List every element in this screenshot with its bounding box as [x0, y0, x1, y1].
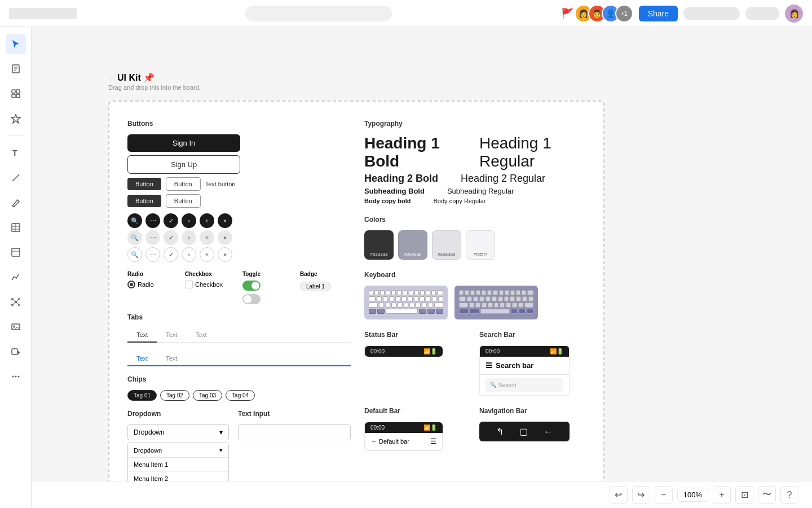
zoom-in-button[interactable]: +: [713, 486, 731, 504]
sidebar-icon-pen[interactable]: [6, 192, 26, 213]
icon-arrow-dark[interactable]: ›: [182, 213, 196, 228]
topbar-search-bar[interactable]: [245, 6, 392, 21]
sidebar-icon-more[interactable]: [6, 366, 26, 387]
button-sm-outline-2[interactable]: Button: [166, 194, 201, 208]
tab-item-3[interactable]: Text: [186, 328, 215, 342]
toggle-on[interactable]: [242, 281, 261, 291]
toggle-off[interactable]: [242, 294, 261, 304]
keyboard-section: Keyboard: [364, 271, 585, 319]
status-bar-section: Status Bar 00:00 📶🔋: [364, 331, 470, 396]
bottombar: ↩ ↪ − 100% + ⊡ 〜 ?: [32, 481, 812, 508]
icon-plus-light[interactable]: +: [200, 230, 214, 245]
sign-in-button[interactable]: Sign In: [127, 134, 240, 152]
svg-rect-29: [12, 349, 17, 354]
icon-plus-outline[interactable]: +: [200, 247, 214, 262]
sidebar-icon-network[interactable]: [6, 292, 26, 312]
checkbox-control[interactable]: Checkbox: [185, 281, 236, 288]
chip-2[interactable]: Tag 02: [160, 390, 189, 401]
sidebar-icon-chart[interactable]: [6, 267, 26, 287]
status-bar-demo: 00:00 📶🔋: [365, 346, 443, 357]
color-swatches: #333333 #9e9eae #e3e3e8 #f5f5f7: [364, 230, 585, 260]
nav-home-icon[interactable]: ▢: [519, 426, 528, 437]
avatar-overflow-count: +1: [615, 5, 633, 23]
help-button[interactable]: ?: [780, 486, 798, 504]
button-sm-outline[interactable]: Button: [166, 177, 201, 191]
sidebar-icon-image[interactable]: [6, 317, 26, 337]
nav-recent-icon[interactable]: ←: [544, 427, 553, 437]
button-sm-2[interactable]: Button: [127, 195, 161, 207]
checkbox-label: Checkbox: [185, 271, 236, 277]
form-controls-section: Radio Radio Checkbox Checkbox: [127, 271, 351, 304]
icon-search-outline[interactable]: 🔍: [127, 247, 142, 262]
typo-h1-reg: Heading 1 Regular: [479, 134, 585, 170]
sidebar-icon-star[interactable]: [6, 108, 26, 129]
sb-search-box[interactable]: 🔍 Search: [486, 378, 563, 392]
chip-3[interactable]: Tag 03: [193, 390, 222, 401]
sb-top-bar: 00:00 📶🔋: [480, 346, 569, 357]
sidebar-icon-components[interactable]: [6, 84, 26, 104]
share-button[interactable]: Share: [639, 6, 678, 21]
typo-sub-reg: Subheading Regular: [447, 187, 514, 195]
tab-item2-2[interactable]: Text: [157, 352, 186, 365]
icon-x-outline[interactable]: ×: [218, 247, 232, 262]
sidebar-icon-panel[interactable]: [6, 242, 26, 262]
sb-time: 00:00: [486, 348, 500, 354]
badge-pill: Label 1: [300, 282, 331, 291]
nav-back-icon[interactable]: ↰: [496, 426, 504, 437]
typo-h2-reg: Heading 2 Regular: [461, 173, 545, 185]
icon-arrow-outline[interactable]: ›: [182, 247, 196, 262]
icon-search-light[interactable]: 🔍: [127, 230, 142, 245]
button-sm-1[interactable]: Button: [127, 178, 161, 190]
icon-x-light[interactable]: ×: [218, 230, 232, 245]
dropdown-item-1[interactable]: Menu Item 1: [128, 458, 228, 472]
chip-1[interactable]: Tag 01: [127, 390, 157, 401]
icon-dots-dark[interactable]: ⋯: [145, 213, 160, 228]
icon-check-outline[interactable]: ✓: [164, 247, 178, 262]
sidebar-icon-table[interactable]: [6, 217, 26, 238]
status-icons: 📶🔋: [423, 348, 437, 354]
icon-x-dark[interactable]: ×: [218, 213, 232, 228]
default-bar-back-btn[interactable]: ← Default bar: [371, 438, 409, 445]
undo-button[interactable]: ↩: [610, 486, 628, 504]
typo-h2-bold: Heading 2 Bold: [364, 173, 438, 185]
icon-dots-outline[interactable]: ⋯: [145, 247, 160, 262]
user-avatar[interactable]: 👩: [785, 5, 803, 23]
icon-check-light[interactable]: ✓: [164, 230, 178, 245]
sb-title-text: Search bar: [496, 361, 533, 370]
tab-item-2[interactable]: Text: [157, 328, 186, 342]
dropdown-menu-title: Dropdown: [134, 447, 162, 454]
icon-search-dark[interactable]: 🔍: [127, 213, 142, 228]
chips-section: Chips Tag 01 Tag 02 Tag 03 Tag 04: [127, 375, 351, 401]
tab-item-1-active[interactable]: Text: [127, 328, 157, 343]
sidebar-icon-add-panel[interactable]: [6, 341, 26, 362]
colors-label: Colors: [364, 216, 585, 224]
sb-search-icon: 🔍: [490, 382, 496, 388]
db-time: 00:00: [370, 424, 385, 431]
icon-plus-dark[interactable]: +: [200, 213, 214, 228]
history-button[interactable]: 〜: [758, 486, 776, 504]
redo-button[interactable]: ↪: [632, 486, 650, 504]
text-input-label: Text Input: [238, 410, 351, 418]
sidebar-icon-text[interactable]: T: [6, 143, 26, 163]
text-button[interactable]: Text button: [205, 181, 236, 187]
dropdown-select[interactable]: Dropdown ▾: [127, 424, 229, 440]
text-input-field[interactable]: [238, 424, 351, 440]
icon-arrow-light[interactable]: ›: [182, 230, 196, 245]
zoom-out-button[interactable]: −: [655, 486, 673, 504]
chip-4[interactable]: Tag 04: [226, 390, 255, 401]
sidebar-icon-cursor[interactable]: [6, 34, 26, 54]
radio-inner: [130, 283, 133, 286]
search-bar-section: Search Bar 00:00 📶🔋 ☰ Search bar: [479, 331, 585, 396]
tab-item2-1-active[interactable]: Text: [127, 352, 157, 366]
default-bar-menu-icon[interactable]: ☰: [430, 437, 436, 445]
checkbox-box: [185, 281, 193, 288]
icon-dots-light[interactable]: ⋯: [145, 230, 160, 245]
icon-check-dark[interactable]: ✓: [164, 213, 178, 228]
sidebar-icon-line[interactable]: [6, 168, 26, 188]
sign-up-button[interactable]: Sign Up: [127, 155, 240, 174]
zoom-level[interactable]: 100%: [677, 488, 708, 502]
fit-view-button[interactable]: ⊡: [735, 486, 753, 504]
sidebar-icon-document[interactable]: [6, 59, 26, 79]
checkbox-section: Checkbox Checkbox: [185, 271, 236, 304]
radio-control[interactable]: Radio: [127, 281, 178, 288]
